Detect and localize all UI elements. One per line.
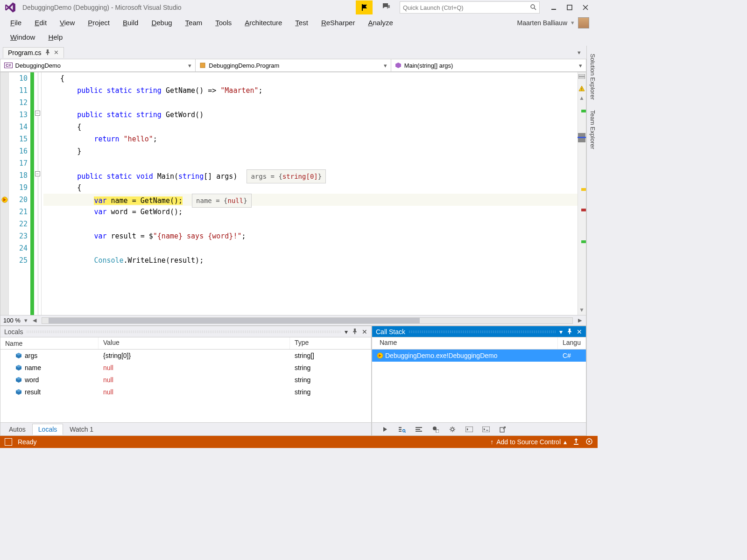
menu-analyze[interactable]: Analyze [361, 17, 399, 28]
fold-gutter[interactable]: − − [34, 72, 42, 315]
panel-tab-locals[interactable]: Locals [32, 424, 63, 435]
close-icon[interactable]: ✕ [362, 328, 367, 336]
locals-row[interactable]: resultnullstring [0, 386, 371, 398]
search-icon[interactable] [530, 4, 536, 12]
publish-icon[interactable] [572, 438, 580, 447]
current-frame-icon [377, 352, 383, 359]
show-next-statement-icon[interactable] [381, 425, 390, 434]
breakpoint-gutter[interactable] [0, 72, 9, 315]
chevron-down-icon: ▾ [384, 62, 387, 69]
callstack-grid-body[interactable]: DebuggingDemo.exe!DebuggingDemo C# [372, 350, 586, 422]
pin-icon[interactable] [45, 49, 50, 56]
split-icon[interactable] [578, 73, 585, 79]
nav-method-dropdown[interactable]: Main(string[] args) ▾ [391, 59, 586, 71]
panel-title: Call Stack [376, 328, 405, 336]
scroll-right-icon[interactable]: ▶ [577, 317, 583, 323]
menu-architecture[interactable]: Architecture [238, 17, 289, 28]
document-tab[interactable]: Program.cs ✕ [3, 47, 64, 58]
settings-gear-icon[interactable] [448, 425, 457, 434]
close-icon[interactable]: ✕ [577, 328, 582, 336]
column-header[interactable]: Value [99, 337, 290, 349]
export-icon[interactable] [498, 425, 507, 434]
menu-file[interactable]: File [4, 17, 28, 28]
variable-icon [15, 377, 22, 383]
locals-row[interactable]: wordnullstring [0, 374, 371, 386]
breakpoint-current-icon[interactable] [1, 196, 8, 205]
menu-test[interactable]: Test [289, 17, 315, 28]
pin-icon[interactable] [352, 328, 357, 336]
menu-tools[interactable]: Tools [209, 17, 238, 28]
scroll-down-icon[interactable]: ▼ [579, 307, 585, 313]
dropdown-icon[interactable]: ▾ [345, 328, 348, 336]
svg-rect-9 [578, 77, 585, 79]
user-name[interactable]: Maarten Balliauw [517, 19, 567, 27]
locals-grid-body[interactable]: args{string[0]}string[]namenullstringwor… [0, 350, 371, 422]
menu-help[interactable]: Help [42, 31, 69, 43]
svg-rect-24 [482, 427, 490, 432]
overview-ruler[interactable]: ! ▲ ▼ [578, 72, 586, 315]
nav-project-dropdown[interactable]: C# DebuggingDemo ▾ [0, 59, 196, 71]
status-text: Ready [18, 438, 36, 446]
panel-tab-autos[interactable]: Autos [3, 424, 31, 434]
upload-icon: ↑ [490, 438, 493, 446]
menu-edit[interactable]: Edit [28, 17, 53, 28]
feedback-icon[interactable] [378, 2, 394, 13]
menu-team[interactable]: Team [179, 17, 209, 28]
locals-row[interactable]: args{string[0]}string[] [0, 350, 371, 362]
fold-toggle-icon[interactable]: − [35, 111, 40, 116]
panel-tab-watch-1[interactable]: Watch 1 [64, 424, 99, 434]
minimize-button[interactable] [550, 4, 557, 11]
code-editor[interactable]: 10111213141516171819202122232425 − − { p… [0, 72, 586, 315]
side-tab-solution-explorer[interactable]: Solution Explorer [587, 49, 598, 105]
notification-flag-icon[interactable] [356, 0, 373, 14]
chevron-down-icon[interactable]: ▾ [571, 19, 574, 26]
immediate-icon[interactable] [481, 425, 491, 434]
notifications-icon[interactable] [585, 438, 593, 447]
output-icon[interactable] [465, 425, 474, 434]
warning-icon[interactable]: ! [578, 85, 585, 92]
locals-row[interactable]: namenullstring [0, 362, 371, 374]
dropdown-icon[interactable]: ▾ [559, 328, 563, 336]
column-header[interactable]: Langu [558, 337, 586, 349]
code-content[interactable]: { public static string GetName() => "Maa… [42, 72, 578, 315]
quick-launch-input[interactable] [403, 4, 530, 11]
column-header[interactable]: Name [0, 337, 99, 349]
callstack-row[interactable]: DebuggingDemo.exe!DebuggingDemo C# [372, 350, 586, 362]
locals-panel-tabs: AutosLocalsWatch 1 [0, 422, 371, 435]
nav-class-dropdown[interactable]: DebuggingDemo.Program ▾ [196, 59, 391, 71]
menu-debug[interactable]: Debug [145, 17, 178, 28]
scroll-left-icon[interactable]: ◀ [31, 317, 38, 323]
svg-point-22 [451, 428, 454, 431]
horizontal-scrollbar[interactable] [42, 317, 573, 324]
class-icon [199, 62, 206, 69]
svg-rect-23 [465, 427, 473, 432]
close-button[interactable] [582, 4, 589, 11]
status-bar: Ready ↑ Add to Source Control ▴ [0, 436, 598, 448]
menu-project[interactable]: Project [81, 17, 116, 28]
threads-icon[interactable] [414, 425, 423, 434]
quick-launch-search[interactable] [400, 1, 540, 14]
maximize-button[interactable] [566, 4, 573, 11]
tab-overflow-icon[interactable]: ▾ [575, 49, 584, 56]
menu-window[interactable]: Window [4, 31, 42, 43]
pin-icon[interactable] [567, 328, 572, 336]
status-icon [5, 438, 12, 446]
fold-toggle-icon[interactable]: − [35, 171, 40, 176]
breakpoint-settings-icon[interactable] [431, 425, 440, 434]
source-control-button[interactable]: ↑ Add to Source Control ▴ [490, 438, 567, 446]
column-header[interactable]: Type [290, 337, 371, 349]
search-frames-icon[interactable] [397, 425, 407, 434]
user-avatar[interactable] [578, 17, 589, 28]
chevron-down-icon: ▾ [579, 62, 582, 69]
menu-view[interactable]: View [53, 17, 81, 28]
close-tab-icon[interactable]: ✕ [54, 49, 59, 56]
chevron-down-icon[interactable]: ▾ [24, 317, 28, 324]
menu-build[interactable]: Build [116, 17, 145, 28]
column-header[interactable]: Name [372, 337, 558, 349]
scroll-up-icon[interactable]: ▲ [579, 95, 585, 101]
title-bar: DebuggingDemo (Debugging) - Microsoft Vi… [0, 0, 598, 15]
zoom-level[interactable]: 100 % [3, 317, 21, 324]
menu-resharper[interactable]: ReSharper [315, 17, 362, 28]
nav-method-label: Main(string[] args) [404, 62, 453, 69]
side-tab-team-explorer[interactable]: Team Explorer [587, 105, 598, 154]
